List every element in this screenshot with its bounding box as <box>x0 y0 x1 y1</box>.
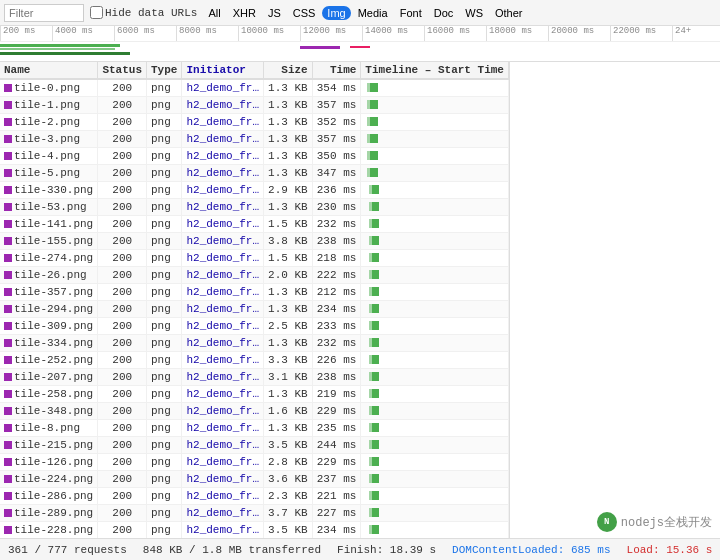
row-icon <box>4 84 12 92</box>
table-row[interactable]: tile-309.png 200 png h2_demo_fr… 2.5 KB … <box>0 318 509 335</box>
bar-receive <box>372 185 379 194</box>
cell-status: 200 <box>98 505 147 522</box>
cell-size: 3.3 KB <box>264 352 313 369</box>
hide-data-urls-toggle[interactable] <box>90 6 103 19</box>
table-row[interactable]: tile-274.png 200 png h2_demo_fr… 1.5 KB … <box>0 250 509 267</box>
cell-initiator: h2_demo_fr… <box>182 403 264 420</box>
table-row[interactable]: tile-289.png 200 png h2_demo_fr… 3.7 KB … <box>0 505 509 522</box>
table-row[interactable]: tile-4.png 200 png h2_demo_fr… 1.3 KB 35… <box>0 148 509 165</box>
timeline-overview: 200 ms4000 ms6000 ms8000 ms10000 ms12000… <box>0 26 720 62</box>
table-row[interactable]: tile-141.png 200 png h2_demo_fr… 1.5 KB … <box>0 216 509 233</box>
col-header-initiator[interactable]: Initiator <box>182 62 264 79</box>
table-row[interactable]: tile-357.png 200 png h2_demo_fr… 1.3 KB … <box>0 284 509 301</box>
bar-receive <box>372 321 379 330</box>
cell-size: 3.1 KB <box>264 369 313 386</box>
bar-receive <box>370 83 378 92</box>
table-row[interactable]: tile-228.png 200 png h2_demo_fr… 3.5 KB … <box>0 522 509 539</box>
table-row[interactable]: tile-2.png 200 png h2_demo_fr… 1.3 KB 35… <box>0 114 509 131</box>
cell-time: 218 ms <box>312 250 361 267</box>
ruler-tick: 20000 ms <box>548 26 610 41</box>
cell-initiator: h2_demo_fr… <box>182 437 264 454</box>
tab-doc[interactable]: Doc <box>429 6 459 20</box>
ruler-tick: 14000 ms <box>362 26 424 41</box>
cell-status: 200 <box>98 165 147 182</box>
cell-name: tile-274.png <box>0 250 98 267</box>
table-row[interactable]: tile-224.png 200 png h2_demo_fr… 3.6 KB … <box>0 471 509 488</box>
cell-status: 200 <box>98 216 147 233</box>
tab-font[interactable]: Font <box>395 6 427 20</box>
table-row[interactable]: tile-155.png 200 png h2_demo_fr… 3.8 KB … <box>0 233 509 250</box>
cell-initiator: h2_demo_fr… <box>182 369 264 386</box>
ruler-tick: 4000 ms <box>52 26 114 41</box>
cell-name: tile-228.png <box>0 522 98 539</box>
filter-bar: Hide data URLs All XHR JS CSS Img Media … <box>0 0 720 26</box>
table-row[interactable]: tile-286.png 200 png h2_demo_fr… 2.3 KB … <box>0 488 509 505</box>
col-header-type[interactable]: Type <box>147 62 182 79</box>
hide-data-urls-checkbox[interactable]: Hide data URLs <box>90 6 197 19</box>
table-row[interactable]: tile-252.png 200 png h2_demo_fr… 3.3 KB … <box>0 352 509 369</box>
table-row[interactable]: tile-334.png 200 png h2_demo_fr… 1.3 KB … <box>0 335 509 352</box>
table-row[interactable]: tile-215.png 200 png h2_demo_fr… 3.5 KB … <box>0 437 509 454</box>
cell-time: 237 ms <box>312 471 361 488</box>
cell-timeline <box>361 267 509 284</box>
tab-media[interactable]: Media <box>353 6 393 20</box>
cell-status: 200 <box>98 488 147 505</box>
cell-name: tile-126.png <box>0 454 98 471</box>
cell-timeline <box>361 505 509 522</box>
row-icon <box>4 186 12 194</box>
tab-js[interactable]: JS <box>263 6 286 20</box>
cell-size: 1.3 KB <box>264 79 313 97</box>
timeline-ruler: 200 ms4000 ms6000 ms8000 ms10000 ms12000… <box>0 26 720 42</box>
cell-status: 200 <box>98 454 147 471</box>
table-row[interactable]: tile-1.png 200 png h2_demo_fr… 1.3 KB 35… <box>0 97 509 114</box>
cell-name: tile-5.png <box>0 165 98 182</box>
table-row[interactable]: tile-53.png 200 png h2_demo_fr… 1.3 KB 2… <box>0 199 509 216</box>
filter-input[interactable] <box>4 4 84 22</box>
tab-all[interactable]: All <box>203 6 225 20</box>
cell-status: 200 <box>98 250 147 267</box>
cell-initiator: h2_demo_fr… <box>182 522 264 539</box>
table-row[interactable]: tile-8.png 200 png h2_demo_fr… 1.3 KB 23… <box>0 420 509 437</box>
cell-status: 200 <box>98 114 147 131</box>
col-header-time[interactable]: Time <box>312 62 361 79</box>
cell-timeline <box>361 148 509 165</box>
cell-status: 200 <box>98 471 147 488</box>
col-header-size[interactable]: Size <box>264 62 313 79</box>
cell-time: 236 ms <box>312 182 361 199</box>
table-row[interactable]: tile-207.png 200 png h2_demo_fr… 3.1 KB … <box>0 369 509 386</box>
cell-timeline <box>361 250 509 267</box>
bar-receive <box>370 151 378 160</box>
table-row[interactable]: tile-5.png 200 png h2_demo_fr… 1.3 KB 34… <box>0 165 509 182</box>
cell-size: 1.3 KB <box>264 284 313 301</box>
table-row[interactable]: tile-3.png 200 png h2_demo_fr… 1.3 KB 35… <box>0 131 509 148</box>
cell-status: 200 <box>98 352 147 369</box>
cell-status: 200 <box>98 369 147 386</box>
cell-type: png <box>147 267 182 284</box>
cell-size: 1.3 KB <box>264 114 313 131</box>
tab-css[interactable]: CSS <box>288 6 321 20</box>
tab-img[interactable]: Img <box>322 6 350 20</box>
tab-other[interactable]: Other <box>490 6 528 20</box>
table-row[interactable]: tile-348.png 200 png h2_demo_fr… 1.6 KB … <box>0 403 509 420</box>
col-header-name[interactable]: Name <box>0 62 98 79</box>
cell-status: 200 <box>98 403 147 420</box>
col-header-status[interactable]: Status <box>98 62 147 79</box>
table-row[interactable]: tile-26.png 200 png h2_demo_fr… 2.0 KB 2… <box>0 267 509 284</box>
tab-ws[interactable]: WS <box>460 6 488 20</box>
table-row[interactable]: tile-330.png 200 png h2_demo_fr… 2.9 KB … <box>0 182 509 199</box>
cell-size: 1.5 KB <box>264 216 313 233</box>
bar-receive <box>372 440 379 449</box>
table-row[interactable]: tile-0.png 200 png h2_demo_fr… 1.3 KB 35… <box>0 79 509 97</box>
table-row[interactable]: tile-126.png 200 png h2_demo_fr… 2.8 KB … <box>0 454 509 471</box>
col-header-timeline[interactable]: Timeline – Start Time <box>361 62 509 79</box>
tab-xhr[interactable]: XHR <box>228 6 261 20</box>
left-panel[interactable]: Name Status Type Initiator Size Time Tim… <box>0 62 510 538</box>
bar-receive <box>372 304 379 313</box>
table-row[interactable]: tile-258.png 200 png h2_demo_fr… 1.3 KB … <box>0 386 509 403</box>
cell-type: png <box>147 114 182 131</box>
cell-size: 1.3 KB <box>264 199 313 216</box>
bar-receive <box>370 168 378 177</box>
cell-timeline <box>361 233 509 250</box>
table-row[interactable]: tile-294.png 200 png h2_demo_fr… 1.3 KB … <box>0 301 509 318</box>
row-icon <box>4 254 12 262</box>
